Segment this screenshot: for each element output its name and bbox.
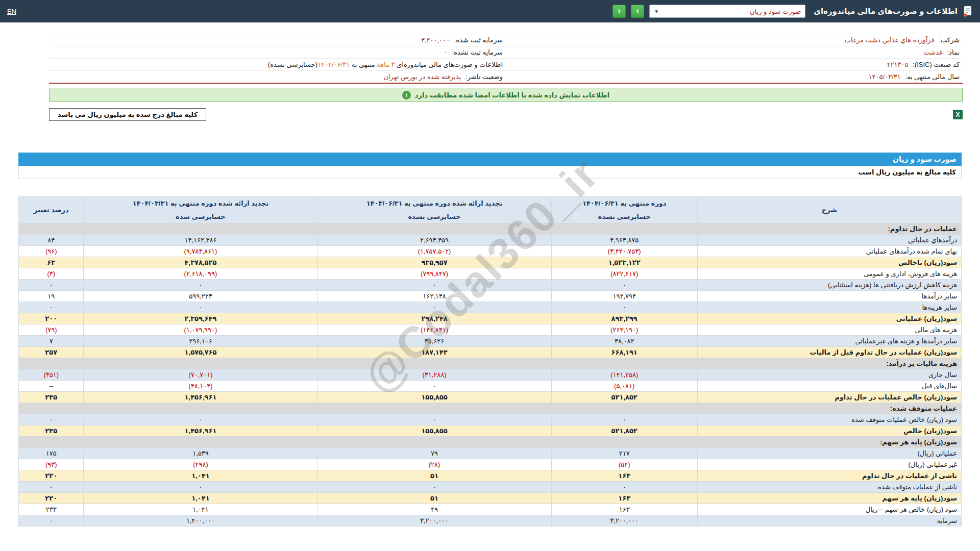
pl-data-row: هزینه کاهش ارزش دریافتنی ها (هزینه استثن… bbox=[19, 280, 962, 291]
excel-export-icon[interactable]: X bbox=[953, 110, 963, 119]
pl-data-row: سایر درآمدها و هزینه های غیرعملیاتی۳۸,۰۸… bbox=[19, 336, 962, 347]
company-label: شرکت: bbox=[939, 36, 960, 44]
change-percent-value bbox=[19, 223, 84, 235]
period-value: (۴۸,۱۰۳) bbox=[84, 381, 317, 392]
row-label: عملیات در حال تداوم: bbox=[697, 223, 961, 235]
signature-match-text: اطلاعات نمایش داده شده با اطلاعات امضا ش… bbox=[415, 91, 609, 99]
pl-data-row: سال‌های قبل(۵,۰۸۱)۰(۴۸,۱۰۳)-- bbox=[19, 381, 962, 392]
change-percent-value: (۷۹) bbox=[19, 324, 84, 336]
pl-data-row: سود(زیان) ناخالص۱,۵۲۳,۱۲۲۹۳۵,۹۵۷۴,۳۷۸,۵۲… bbox=[19, 257, 962, 268]
period-value: ۱,۴۵۶,۹۶۱ bbox=[84, 392, 317, 403]
row-label: بهای تمام شده درآمدهای عملیاتی bbox=[697, 246, 961, 257]
period-value: ۰ bbox=[317, 414, 551, 425]
change-percent-value: ۰ bbox=[19, 482, 84, 493]
period-value: ۱۸۷,۱۴۳ bbox=[317, 347, 551, 358]
chevron-down-icon: ▼ bbox=[654, 9, 659, 14]
audit-status-subheader: حسابرسی شده bbox=[84, 210, 317, 223]
period-value: ۳,۲۰۰,۰۰۰ bbox=[551, 515, 697, 527]
period-note-date: ۱۴۰۴/۰۶/۳۱ bbox=[317, 61, 350, 68]
period-value: ۱,۵۷۵,۷۶۵ bbox=[84, 347, 317, 358]
period-value: ۰ bbox=[551, 302, 697, 313]
period-value: ۶۶۸,۱۹۱ bbox=[551, 347, 697, 358]
period-value: ۰ bbox=[317, 381, 551, 392]
units-row: X کلیه مبالغ درج شده به میلیون ریال می ب… bbox=[49, 108, 963, 121]
row-label: سود (زیان) خالص عملیات متوقف شده bbox=[697, 414, 961, 425]
period-value: ۳۸,۰۸۲ bbox=[551, 336, 697, 347]
period-value: (۳,۴۴۰,۷۵۳) bbox=[551, 246, 697, 257]
period-value: (۹,۷۸۳,۸۶۱) bbox=[84, 246, 317, 257]
period-value bbox=[317, 403, 551, 414]
period-note-audit: (حسابرسی نشده) bbox=[268, 61, 317, 68]
period-value bbox=[317, 223, 551, 235]
period-value: ۰ bbox=[551, 414, 697, 425]
pl-data-row: هزینه های فروش، اداری و عمومی(۸۲۲,۶۱۷)(۷… bbox=[19, 268, 962, 280]
info-row: شرکت: فرآورده هاي غذايي دشت مرغاب سرمایه… bbox=[49, 34, 963, 46]
pl-data-row: سود (زیان) خالص هر سهم – ریال۱۶۳۴۹۱,۰۴۱۲… bbox=[19, 504, 962, 515]
previous-period-button[interactable]: ‹ bbox=[612, 5, 626, 18]
fiscal-year-value: ۱۴۰۵/۰۳/۳۱ bbox=[869, 73, 901, 81]
period-value: ۵۲۱,۸۵۲ bbox=[551, 425, 697, 437]
period-value: ۱,۰۴۱ bbox=[84, 493, 317, 504]
period-value: ۰ bbox=[551, 482, 697, 493]
period-value: ۱۵۵,۸۵۵ bbox=[317, 392, 551, 403]
pl-data-row: عملیاتی (ریال)۲۱۷۷۹۱,۵۳۹۱۷۵ bbox=[19, 448, 962, 459]
period-value: ۱۵۵,۸۵۵ bbox=[317, 425, 551, 437]
period-value: (۸۲۲,۶۱۷) bbox=[551, 268, 697, 280]
change-percent-value bbox=[19, 403, 84, 414]
period-value bbox=[84, 223, 317, 235]
column-header-period-annual-restated: تجدید ارائه شده دوره منتهی به ۱۴۰۴/۰۳/۳۱ bbox=[84, 197, 317, 210]
period-value: (۱,۷۵۷,۵۰۲) bbox=[317, 246, 551, 257]
row-label: هزینه کاهش ارزش دریافتنی ها (هزینه استثن… bbox=[697, 280, 961, 291]
period-value: ۱۶۳ bbox=[551, 493, 697, 504]
row-label: هزینه های مالی bbox=[697, 324, 961, 336]
period-value: ۱۹۲,۷۹۴ bbox=[551, 291, 697, 302]
period-value: ۰ bbox=[84, 414, 317, 425]
period-value: ۷۹ bbox=[317, 448, 551, 459]
codal-logo-icon bbox=[963, 6, 973, 17]
row-label: ناشی از عملیات در حال تداوم bbox=[697, 470, 961, 482]
period-value: ۱۶۳ bbox=[551, 504, 697, 515]
change-percent-value: ۰ bbox=[19, 515, 84, 527]
registered-capital-value: ۳,۲۰۰,۰۰۰ bbox=[421, 36, 450, 44]
period-value: ۱۴,۱۶۲,۳۸۶ bbox=[84, 235, 317, 246]
next-period-button[interactable]: › bbox=[631, 5, 644, 18]
audit-status-subheader: حسابرسی نشده bbox=[551, 210, 697, 223]
isic-code-value: ۴۲۱۳۰۵ bbox=[887, 61, 909, 68]
period-value: (۲۶۳,۱۹۰) bbox=[551, 324, 697, 336]
symbol-label: نماد: bbox=[947, 48, 960, 56]
english-language-link[interactable]: EN bbox=[7, 8, 16, 15]
pl-data-row: درآمدهاي عملياتي۴,۹۶۳,۸۷۵۲,۶۹۳,۴۵۹۱۴,۱۶۲… bbox=[19, 235, 962, 246]
change-percent-value: (۹۳) bbox=[19, 459, 84, 470]
period-value: (۳۱,۲۸۸) bbox=[317, 369, 551, 381]
period-value: ۱۶۳ bbox=[551, 470, 697, 482]
pl-data-row: سود (زیان) خالص عملیات متوقف شده۰۰۰۰ bbox=[19, 414, 962, 425]
period-value: ۰ bbox=[84, 302, 317, 313]
pl-section-row: سود(زیان) پایه هر سهم: bbox=[19, 437, 962, 448]
period-value: (۴۹۸) bbox=[84, 459, 317, 470]
change-percent-value: ۲۳۵ bbox=[19, 425, 84, 437]
info-row: کد صنعت (ISIC): ۴۲۱۳۰۵ اطلاعات و صورت‌ها… bbox=[49, 59, 963, 71]
svg-text:X: X bbox=[955, 111, 960, 118]
pl-data-row: سرمایه۳,۲۰۰,۰۰۰۳,۲۰۰,۰۰۰۱,۴۰۰,۰۰۰۰ bbox=[19, 515, 962, 527]
row-label: سود (زیان) خالص هر سهم – ریال bbox=[697, 504, 961, 515]
change-percent-value: ۱۹ bbox=[19, 291, 84, 302]
row-label: غیرعملیاتی (ریال) bbox=[697, 459, 961, 470]
fiscal-year-label: سال مالی منتهی به: bbox=[905, 73, 960, 81]
period-value: (۵۴) bbox=[551, 459, 697, 470]
pl-data-row: سود(زیان) پایه هر سهم۱۶۳۵۱۱,۰۴۱۲۲۰ bbox=[19, 493, 962, 504]
period-value: ۱,۴۰۰,۰۰۰ bbox=[84, 515, 317, 527]
statement-title-bar: صورت سود و زیان bbox=[18, 153, 962, 166]
period-value: ۱۶۲,۱۳۸ bbox=[317, 291, 551, 302]
change-percent-value: ۱۷۵ bbox=[19, 448, 84, 459]
row-label: سایر درآمدها و هزینه های غیرعملیاتی bbox=[697, 336, 961, 347]
company-name-value: فرآورده هاي غذايي دشت مرغاب bbox=[845, 36, 935, 44]
pl-data-row: بهای تمام شده درآمدهای عملیاتی(۳,۴۴۰,۷۵۳… bbox=[19, 246, 962, 257]
issuer-status-value: پذیرفته شده در بورس تهران bbox=[383, 73, 461, 81]
change-percent-value: ۰ bbox=[19, 414, 84, 425]
row-label: سود(زیان) پایه هر سهم: bbox=[697, 437, 961, 448]
report-type-dropdown[interactable]: صورت سود و زیان ▼ bbox=[649, 5, 805, 18]
period-value: (۱,۰۷۹,۹۹۰) bbox=[84, 324, 317, 336]
period-value: ۵۲۱,۸۵۲ bbox=[551, 392, 697, 403]
period-value: ۱,۵۲۳,۱۲۲ bbox=[551, 257, 697, 268]
row-label: سال جاری bbox=[697, 369, 961, 381]
